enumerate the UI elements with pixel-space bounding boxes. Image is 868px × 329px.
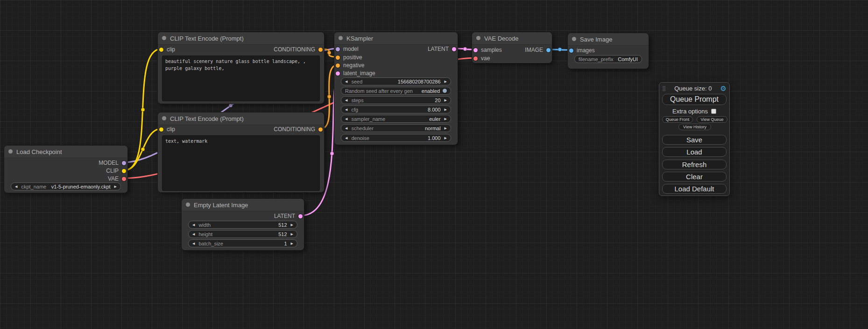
node-vae-decode[interactable]: VAE Decode samples vae IMAGE <box>472 32 552 63</box>
input-port-vae[interactable] <box>473 56 478 61</box>
denoise-widget[interactable]: ◀ denoise 1.000 ▶ <box>341 134 451 142</box>
output-port-vae[interactable] <box>122 177 126 181</box>
negative-prompt-textarea[interactable]: text, watermark <box>162 135 320 191</box>
collapse-dot-icon[interactable] <box>162 116 166 120</box>
node-title-bar[interactable]: Save Image <box>568 33 649 46</box>
input-slot-latent-image: latent_image <box>336 70 375 77</box>
input-slot-samples: samples <box>473 47 502 53</box>
decrement-arrow-icon[interactable]: ◀ <box>192 223 195 226</box>
random-seed-toggle-widget[interactable]: Random seed after every gen enabled <box>341 87 451 95</box>
output-port-latent[interactable] <box>298 214 303 218</box>
node-clip-text-encode-positive[interactable]: CLIP Text Encode (Prompt) clip CONDITION… <box>157 32 325 104</box>
load-button[interactable]: Load <box>662 147 727 157</box>
extra-options-checkbox[interactable] <box>711 109 716 114</box>
input-port-clip[interactable] <box>159 127 163 132</box>
input-port-model[interactable] <box>336 47 340 51</box>
collapse-dot-icon[interactable] <box>572 37 576 41</box>
increment-arrow-icon[interactable]: ▶ <box>445 108 447 111</box>
widget-label: sampler_name <box>351 116 385 122</box>
decrement-arrow-icon[interactable]: ◀ <box>345 108 347 111</box>
node-title-bar[interactable]: CLIP Text Encode (Prompt) <box>158 112 324 125</box>
decrement-arrow-icon[interactable]: ◀ <box>15 185 17 188</box>
input-port-clip[interactable] <box>159 48 163 52</box>
increment-arrow-icon[interactable]: ▶ <box>445 98 447 102</box>
input-port-latent-image[interactable] <box>336 71 340 76</box>
queue-menu-panel: ⣿ Queue size: 0 ⚙ Queue Prompt Extra opt… <box>659 82 730 196</box>
output-slot-conditioning: CONDITIONING <box>274 126 323 133</box>
node-title-bar[interactable]: Empty Latent Image <box>182 199 304 211</box>
queue-prompt-button[interactable]: Queue Prompt <box>662 94 727 105</box>
collapse-dot-icon[interactable] <box>476 36 480 40</box>
save-button[interactable]: Save <box>662 135 727 145</box>
input-port-positive[interactable] <box>336 56 340 60</box>
node-ksampler[interactable]: KSampler model positive negative latent_… <box>334 32 458 145</box>
increment-arrow-icon[interactable]: ▶ <box>445 136 447 140</box>
view-history-button[interactable]: View History <box>678 124 711 130</box>
extra-options-row: Extra options <box>659 108 729 114</box>
positive-prompt-textarea[interactable]: beautiful scenery nature glass bottle la… <box>162 56 320 101</box>
increment-arrow-icon[interactable]: ▶ <box>445 126 447 130</box>
input-port-negative[interactable] <box>336 63 340 68</box>
cfg-widget[interactable]: ◀ cfg 8.000 ▶ <box>341 105 451 113</box>
decrement-arrow-icon[interactable]: ◀ <box>192 232 195 236</box>
decrement-arrow-icon[interactable]: ◀ <box>345 136 347 140</box>
steps-widget[interactable]: ◀ steps 20 ▶ <box>341 96 451 104</box>
node-title-bar[interactable]: Load Checkpoint <box>4 146 127 158</box>
output-port-latent[interactable] <box>452 47 456 51</box>
increment-arrow-icon[interactable]: ▶ <box>291 232 293 236</box>
slot-label: clip <box>167 126 175 133</box>
output-port-conditioning[interactable] <box>318 127 323 132</box>
output-port-image[interactable] <box>546 48 550 52</box>
scheduler-widget[interactable]: ◀ scheduler normal ▶ <box>341 124 451 132</box>
collapse-dot-icon[interactable] <box>339 36 343 40</box>
clear-button[interactable]: Clear <box>662 172 727 182</box>
increment-arrow-icon[interactable]: ▶ <box>445 80 447 83</box>
widget-label: denoise <box>351 135 369 141</box>
slot-label: latent_image <box>343 70 375 77</box>
node-title-bar[interactable]: KSampler <box>334 32 458 45</box>
collapse-dot-icon[interactable] <box>8 149 13 154</box>
input-slot-images: images <box>569 47 595 54</box>
output-port-clip[interactable] <box>122 169 126 173</box>
refresh-button[interactable]: Refresh <box>662 160 727 169</box>
decrement-arrow-icon[interactable]: ◀ <box>345 126 347 130</box>
seed-widget[interactable]: ◀ seed 156680208700286 ▶ <box>341 77 451 85</box>
collapse-dot-icon[interactable] <box>186 203 190 207</box>
settings-gear-icon[interactable]: ⚙ <box>720 85 727 92</box>
increment-arrow-icon[interactable]: ▶ <box>291 242 293 245</box>
output-slot-image: IMAGE <box>525 47 550 53</box>
input-port-images[interactable] <box>569 49 573 53</box>
output-port-model[interactable] <box>122 161 126 165</box>
decrement-arrow-icon[interactable]: ◀ <box>345 98 347 102</box>
output-port-conditioning[interactable] <box>318 48 323 52</box>
widget-label: height <box>198 231 212 237</box>
node-clip-text-encode-negative[interactable]: CLIP Text Encode (Prompt) clip CONDITION… <box>157 112 325 193</box>
sampler-name-widget[interactable]: ◀ sampler_name euler ▶ <box>341 115 451 123</box>
increment-arrow-icon[interactable]: ▶ <box>291 223 293 226</box>
toggle-indicator-icon[interactable] <box>443 89 447 93</box>
ckpt-name-widget[interactable]: ◀ ckpt_name v1-5-pruned-emaonly.ckpt ▶ <box>11 182 121 190</box>
decrement-arrow-icon[interactable]: ◀ <box>192 242 195 245</box>
collapse-dot-icon[interactable] <box>162 36 166 40</box>
increment-arrow-icon[interactable]: ▶ <box>114 185 117 188</box>
graph-canvas[interactable]: Load Checkpoint MODEL CLIP VAE ◀ ckpt_na… <box>0 0 868 329</box>
filename-prefix-widget[interactable]: filename_prefix ComfyUI <box>574 55 642 63</box>
extra-options-label: Extra options <box>672 108 708 115</box>
drag-handle-icon[interactable]: ⣿ <box>662 86 666 91</box>
node-title-bar[interactable]: VAE Decode <box>472 32 552 45</box>
decrement-arrow-icon[interactable]: ◀ <box>345 80 347 83</box>
node-load-checkpoint[interactable]: Load Checkpoint MODEL CLIP VAE ◀ ckpt_na… <box>4 145 128 193</box>
input-port-samples[interactable] <box>473 48 478 52</box>
batch-size-widget[interactable]: ◀ batch_size 1 ▶ <box>188 239 297 247</box>
increment-arrow-icon[interactable]: ▶ <box>445 117 447 120</box>
height-widget[interactable]: ◀ height 512 ▶ <box>188 230 297 238</box>
node-save-image[interactable]: Save Image images filename_prefix ComfyU… <box>567 33 649 69</box>
width-widget[interactable]: ◀ width 512 ▶ <box>188 221 297 229</box>
node-title-bar[interactable]: CLIP Text Encode (Prompt) <box>158 32 324 45</box>
decrement-arrow-icon[interactable]: ◀ <box>345 117 347 120</box>
queue-front-button[interactable]: Queue Front <box>662 116 693 123</box>
widget-label: ckpt_name <box>21 184 46 189</box>
node-empty-latent-image[interactable]: Empty Latent Image LATENT ◀ width 512 ▶ … <box>181 198 304 251</box>
load-default-button[interactable]: Load Default <box>662 184 727 194</box>
view-queue-button[interactable]: View Queue <box>697 116 727 123</box>
